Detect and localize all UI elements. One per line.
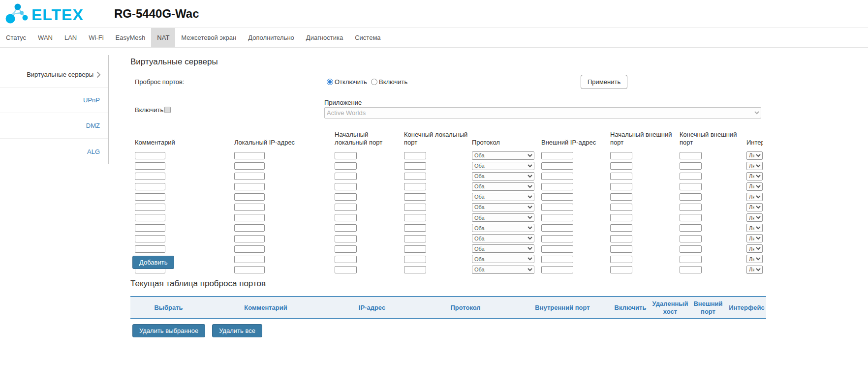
protocol-select[interactable]: Оба xyxy=(472,266,534,274)
external-ip-input[interactable] xyxy=(541,173,573,180)
nav-tab-nat[interactable]: NAT xyxy=(151,28,175,47)
interface-select[interactable]: Лк xyxy=(746,162,763,170)
local-port-start-input[interactable] xyxy=(335,173,357,180)
local-ip-input[interactable] xyxy=(234,152,265,159)
apply-button[interactable]: Применить xyxy=(581,75,627,89)
external-port-start-input[interactable] xyxy=(610,224,632,232)
external-port-start-input[interactable] xyxy=(610,235,632,242)
interface-select[interactable]: Лк xyxy=(746,203,763,211)
external-ip-input[interactable] xyxy=(541,235,573,242)
external-port-end-input[interactable] xyxy=(680,256,702,263)
local-port-end-input[interactable] xyxy=(404,235,426,242)
local-port-end-input[interactable] xyxy=(404,256,426,263)
local-port-start-input[interactable] xyxy=(335,183,357,190)
nav-tab-дополнительно[interactable]: Дополнительно xyxy=(242,28,300,47)
radio-option-disable[interactable]: Отключить xyxy=(327,75,367,89)
external-port-end-input[interactable] xyxy=(680,183,702,190)
protocol-select[interactable]: Оба xyxy=(472,151,534,160)
protocol-select[interactable]: Оба xyxy=(472,224,534,232)
comment-input[interactable] xyxy=(135,245,165,253)
protocol-select[interactable]: Оба xyxy=(472,172,534,180)
nav-tab-wan[interactable]: WAN xyxy=(32,28,59,47)
external-port-start-input[interactable] xyxy=(610,183,632,190)
delete-selected-button[interactable]: Удалить выбранное xyxy=(132,324,205,337)
interface-select[interactable]: Лк xyxy=(746,266,763,274)
comment-input[interactable] xyxy=(135,162,165,170)
external-port-start-input[interactable] xyxy=(610,152,632,159)
nav-tab-lan[interactable]: LAN xyxy=(59,28,83,47)
sidebar-item[interactable]: ALG xyxy=(0,139,108,164)
external-ip-input[interactable] xyxy=(541,162,573,170)
local-port-end-input[interactable] xyxy=(404,224,426,232)
radio-option-enable[interactable]: Включить xyxy=(371,75,407,89)
comment-input[interactable] xyxy=(135,214,165,221)
external-port-start-input[interactable] xyxy=(610,266,632,273)
comment-input[interactable] xyxy=(135,224,165,232)
external-port-start-input[interactable] xyxy=(610,245,632,253)
interface-select[interactable]: Лк xyxy=(746,234,763,242)
comment-input[interactable] xyxy=(135,183,165,190)
external-ip-input[interactable] xyxy=(541,204,573,211)
external-port-end-input[interactable] xyxy=(680,193,702,201)
nav-tab-диагностика[interactable]: Диагностика xyxy=(300,28,349,47)
external-port-end-input[interactable] xyxy=(680,152,702,159)
external-port-end-input[interactable] xyxy=(680,224,702,232)
sidebar-item[interactable]: DMZ xyxy=(0,113,108,139)
external-port-end-input[interactable] xyxy=(680,173,702,180)
local-port-end-input[interactable] xyxy=(404,152,426,159)
nav-tab-easymesh[interactable]: EasyMesh xyxy=(110,28,152,47)
local-port-start-input[interactable] xyxy=(335,204,357,211)
interface-select[interactable]: Лк xyxy=(746,193,763,201)
protocol-select[interactable]: Оба xyxy=(472,162,534,170)
external-port-start-input[interactable] xyxy=(610,204,632,211)
interface-select[interactable]: Лк xyxy=(746,182,763,191)
interface-select[interactable]: Лк xyxy=(746,255,763,263)
protocol-select[interactable]: Оба xyxy=(472,213,534,222)
delete-all-button[interactable]: Удалить все xyxy=(212,324,262,337)
local-port-start-input[interactable] xyxy=(335,224,357,232)
application-select[interactable]: Active Worlds xyxy=(324,107,761,119)
sidebar-item[interactable]: Виртуальные серверы xyxy=(0,62,108,88)
local-ip-input[interactable] xyxy=(234,204,265,211)
protocol-select[interactable]: Оба xyxy=(472,244,534,253)
local-ip-input[interactable] xyxy=(234,214,265,221)
interface-select[interactable]: Лк xyxy=(746,172,763,180)
nav-tab-межсетевой-экран[interactable]: Межсетевой экран xyxy=(175,28,242,47)
local-port-end-input[interactable] xyxy=(404,193,426,201)
protocol-select[interactable]: Оба xyxy=(472,203,534,211)
comment-input[interactable] xyxy=(135,152,165,159)
local-ip-input[interactable] xyxy=(234,162,265,170)
comment-input[interactable] xyxy=(135,193,165,201)
local-ip-input[interactable] xyxy=(234,245,265,253)
local-port-end-input[interactable] xyxy=(404,266,426,273)
enable-checkbox[interactable] xyxy=(164,107,171,113)
interface-select[interactable]: Лк xyxy=(746,224,763,232)
external-port-start-input[interactable] xyxy=(610,214,632,221)
local-port-start-input[interactable] xyxy=(335,162,357,170)
external-ip-input[interactable] xyxy=(541,152,573,159)
local-ip-input[interactable] xyxy=(234,183,265,190)
external-ip-input[interactable] xyxy=(541,256,573,263)
nav-tab-система[interactable]: Система xyxy=(349,28,386,47)
external-ip-input[interactable] xyxy=(541,245,573,253)
external-port-start-input[interactable] xyxy=(610,193,632,201)
comment-input[interactable] xyxy=(135,235,165,242)
local-port-start-input[interactable] xyxy=(335,152,357,159)
local-port-start-input[interactable] xyxy=(335,193,357,201)
local-port-end-input[interactable] xyxy=(404,214,426,221)
local-port-start-input[interactable] xyxy=(335,266,357,273)
local-ip-input[interactable] xyxy=(234,256,265,263)
enable-radio[interactable] xyxy=(371,79,377,85)
external-ip-input[interactable] xyxy=(541,183,573,190)
local-ip-input[interactable] xyxy=(234,266,265,273)
local-port-start-input[interactable] xyxy=(335,235,357,242)
external-port-end-input[interactable] xyxy=(680,162,702,170)
external-port-start-input[interactable] xyxy=(610,173,632,180)
protocol-select[interactable]: Оба xyxy=(472,193,534,201)
external-ip-input[interactable] xyxy=(541,214,573,221)
external-port-end-input[interactable] xyxy=(680,235,702,242)
protocol-select[interactable]: Оба xyxy=(472,182,534,191)
local-ip-input[interactable] xyxy=(234,173,265,180)
protocol-select[interactable]: Оба xyxy=(472,234,534,242)
external-ip-input[interactable] xyxy=(541,266,573,273)
